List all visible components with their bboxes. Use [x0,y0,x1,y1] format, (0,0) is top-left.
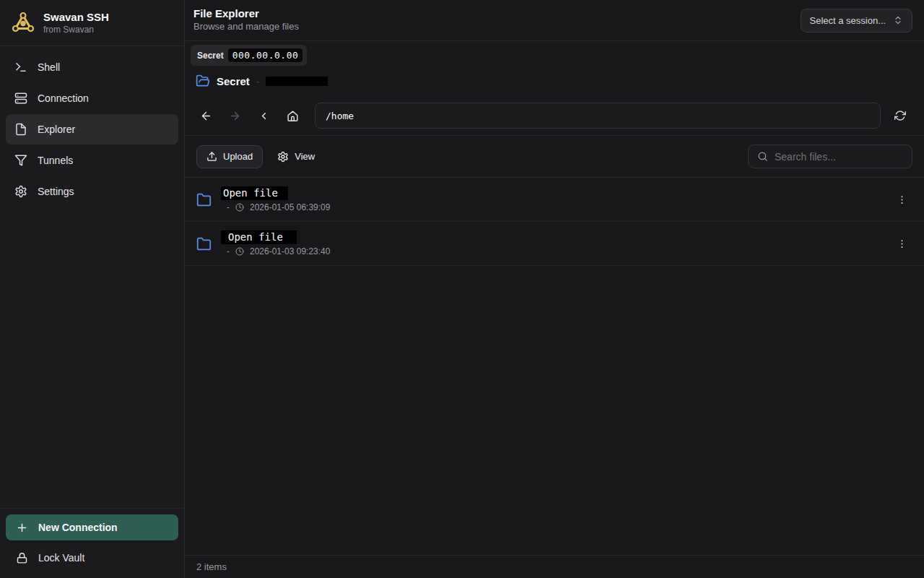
sidebar-footer: New Connection Lock Vault [0,508,184,578]
file-modified: 2026-01-05 06:39:09 [250,202,330,212]
forward-button[interactable] [222,103,247,128]
upload-icon [206,151,217,162]
sidebar-item-label: Explorer [38,124,75,135]
new-connection-button[interactable]: New Connection [6,514,178,540]
session-tabstrip: Secret 000.00.0.00 [185,41,924,68]
home-icon [287,110,299,122]
file-icon [14,123,27,136]
up-directory-button[interactable] [251,103,276,128]
new-connection-label: New Connection [38,522,118,533]
row-menu-button[interactable] [891,233,912,254]
app-subtitle: from Swavan [43,25,109,35]
sidebar-item-label: Settings [38,186,74,197]
app-title: Swavan SSH [43,11,109,23]
folder-icon [196,192,212,207]
file-size: - [227,246,230,256]
file-size: - [227,202,230,212]
upload-button[interactable]: Upload [196,145,263,168]
status-bar: 2 items [185,555,924,578]
file-modified: 2026-01-03 09:23:40 [250,246,330,256]
sidebar-item-settings[interactable]: Settings [6,176,178,207]
path-navbar [185,96,924,136]
session-tab[interactable]: Secret 000.00.0.00 [191,45,307,66]
arrow-right-icon [229,110,241,122]
lock-vault-label: Lock Vault [38,552,84,564]
kebab-menu-icon [897,194,907,205]
server-icon [14,92,27,105]
file-name: Open file [221,230,297,244]
connection-header: Secret · [185,68,924,96]
search-input[interactable] [775,151,905,163]
gear-icon [14,185,27,198]
lock-vault-button[interactable]: Lock Vault [6,543,178,572]
refresh-icon [894,110,906,121]
sidebar-nav: Shell Connection Explorer Tunnels Settin… [0,46,184,212]
folder-open-icon [196,74,210,88]
sidebar-item-shell[interactable]: Shell [6,52,178,82]
clock-icon [235,247,244,256]
file-row[interactable]: Open file - 2026-01-05 06:39:09 [185,178,924,222]
plus-icon [16,522,28,534]
sidebar-item-label: Tunnels [38,155,73,166]
lock-icon [16,552,28,564]
page-header: File Explorer Browse and manage files Se… [185,0,924,41]
session-select[interactable]: Select a session... [801,9,913,33]
file-row[interactable]: Open file - 2026-01-03 09:23:40 [185,222,924,266]
gear-icon [277,151,289,163]
search-box [748,144,912,168]
file-toolbar: Upload View [185,136,924,178]
separator-dot: · [256,76,259,87]
sidebar-item-connection[interactable]: Connection [6,83,178,113]
path-input[interactable] [315,103,881,129]
session-tab-label: Secret [197,51,224,61]
page-subtitle: Browse and manage files [193,21,299,33]
sidebar: Swavan SSH from Swavan Shell Connection … [0,0,185,578]
file-name: Open file [221,186,288,200]
chevron-left-icon [258,111,269,121]
connection-name: Secret [217,75,250,87]
search-icon [757,151,768,162]
session-tab-host: 000.00.0.00 [228,48,303,62]
redacted-host-bar [266,77,328,86]
row-menu-button[interactable] [891,189,912,210]
sidebar-item-label: Shell [38,61,60,73]
sidebar-item-tunnels[interactable]: Tunnels [6,145,178,176]
funnel-icon [14,154,27,167]
arrow-left-icon [200,110,212,122]
items-count: 2 items [196,561,227,572]
home-button[interactable] [280,103,305,128]
triangle-knot-logo [12,12,35,35]
page-title: File Explorer [193,7,299,21]
refresh-button[interactable] [888,103,912,128]
sidebar-item-label: Connection [38,92,89,104]
back-button[interactable] [193,103,218,128]
view-button[interactable]: View [269,145,323,168]
app-brand: Swavan SSH from Swavan [0,0,184,46]
terminal-icon [14,61,27,74]
folder-icon [196,236,212,251]
view-label: View [295,151,315,162]
upload-label: Upload [223,151,253,162]
kebab-menu-icon [897,238,907,249]
clock-icon [235,203,244,212]
main-panel: File Explorer Browse and manage files Se… [185,0,924,578]
chevrons-up-down-icon [893,15,903,25]
session-select-value: Select a session... [810,15,886,26]
file-list: Open file - 2026-01-05 06:39:09 [185,178,924,555]
sidebar-item-explorer[interactable]: Explorer [6,114,178,144]
